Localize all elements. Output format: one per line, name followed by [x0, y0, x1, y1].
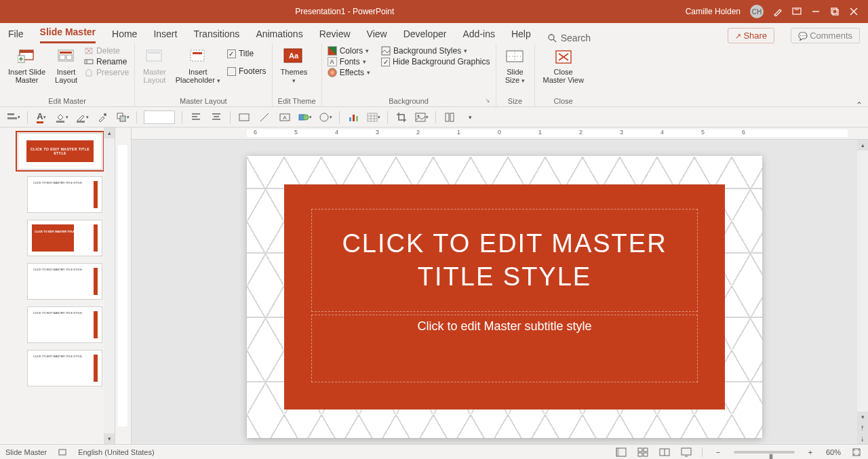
tab-home[interactable]: Home: [112, 24, 137, 43]
shapes-icon[interactable]: ▾: [298, 111, 312, 124]
close-icon[interactable]: [849, 7, 859, 16]
line-weight-combo[interactable]: [144, 111, 175, 124]
language-label[interactable]: English (United States): [78, 448, 155, 456]
canvas-scroll-up-icon[interactable]: ▴: [857, 140, 868, 151]
insert-layout-button[interactable]: Insert Layout: [52, 46, 80, 85]
document-title: Presentation1 - PowerPoint: [14, 7, 676, 16]
thumbnail-layout-5[interactable]: CLICK TO EDIT MASTER TITLE STYLE: [27, 350, 102, 386]
scroll-up-icon[interactable]: ▴: [104, 127, 115, 138]
svg-rect-43: [59, 450, 66, 455]
collapse-ribbon-icon[interactable]: ⌃: [856, 100, 863, 110]
minimize-icon[interactable]: [811, 7, 821, 16]
canvas-scrollbar[interactable]: ▴ ▾ ⭱ ⭳: [857, 140, 868, 444]
next-slide-icon[interactable]: ⭳: [857, 433, 868, 444]
maximize-icon[interactable]: [830, 7, 840, 16]
oval-shape-icon[interactable]: ▾: [319, 111, 332, 124]
svg-rect-2: [833, 9, 838, 15]
reading-view-icon[interactable]: [658, 447, 671, 458]
selection-pane-icon[interactable]: [443, 111, 456, 124]
zoom-value[interactable]: 60%: [826, 448, 841, 456]
more-tools-icon[interactable]: ▾: [463, 111, 477, 124]
svg-rect-0: [793, 8, 801, 14]
crop-icon[interactable]: [395, 111, 408, 124]
tab-review[interactable]: Review: [319, 24, 351, 43]
tab-view[interactable]: View: [367, 24, 387, 43]
svg-rect-38: [368, 113, 377, 121]
svg-rect-51: [682, 448, 691, 455]
effects-icon: [328, 68, 337, 77]
tab-developer[interactable]: Developer: [403, 24, 447, 43]
zoom-out-icon[interactable]: −: [712, 447, 724, 458]
accessibility-icon[interactable]: [56, 447, 68, 458]
tab-transitions[interactable]: Transitions: [193, 24, 239, 43]
thumbnail-pane: CLICK TO EDIT MASTER TITLE STYLE CLICK T…: [0, 127, 115, 444]
eyedropper-icon[interactable]: [96, 111, 109, 124]
search-button[interactable]: Search: [547, 33, 591, 43]
group-master-layout: Master Layout Insert Placeholder ▾ ✓Titl…: [135, 43, 272, 106]
prev-slide-icon[interactable]: ⭱: [857, 422, 868, 433]
align-left-icon[interactable]: [189, 111, 203, 124]
font-color-icon[interactable]: A▾: [35, 111, 48, 124]
tab-insert[interactable]: Insert: [153, 24, 177, 43]
tab-animations[interactable]: Animations: [256, 24, 302, 43]
slide-size-button[interactable]: Slide Size ▾: [502, 46, 529, 86]
rectangle-shape-icon[interactable]: [237, 111, 251, 124]
zoom-slider[interactable]: [734, 451, 795, 454]
line-shape-icon[interactable]: [258, 111, 271, 124]
tab-addins[interactable]: Add-ins: [462, 24, 494, 43]
share-button[interactable]: ↗ Share: [728, 28, 774, 43]
display-options-icon[interactable]: [792, 7, 802, 16]
thumb-scrollbar[interactable]: ▴ ▾: [104, 127, 115, 444]
picture-icon[interactable]: ▾: [415, 111, 429, 124]
fit-window-icon[interactable]: [850, 447, 863, 458]
table-icon[interactable]: ▾: [367, 111, 380, 124]
thumbnail-layout-2[interactable]: CLICK TO EDIT MASTER TITLE STYLE: [27, 220, 102, 256]
tab-slide-master[interactable]: Slide Master: [40, 22, 96, 43]
normal-view-icon[interactable]: [615, 447, 627, 458]
rename-button[interactable]: Rename: [84, 57, 129, 66]
tab-help[interactable]: Help: [511, 24, 531, 43]
preserve-icon: [84, 68, 94, 77]
thumbnail-layout-3[interactable]: CLICK TO EDIT MASTER TITLE STYLE: [27, 263, 102, 300]
chart-icon[interactable]: [347, 111, 360, 124]
textbox-icon[interactable]: A: [278, 111, 292, 124]
comments-button[interactable]: 💬 Comments: [791, 28, 860, 43]
insert-slide-master-button[interactable]: Insert Slide Master: [5, 46, 48, 85]
slideshow-icon[interactable]: [680, 447, 692, 458]
insert-placeholder-button[interactable]: Insert Placeholder ▾: [173, 46, 223, 86]
hide-bg-checkbox[interactable]: ✓Hide Background Graphics: [381, 57, 490, 66]
comments-label: Comments: [810, 31, 852, 41]
slide-master[interactable]: Click to edit Master title style Click t…: [247, 156, 762, 438]
master-subtitle-placeholder[interactable]: Click to edit Master subtitle style: [311, 315, 698, 382]
scroll-down-icon[interactable]: ▾: [104, 433, 115, 444]
thumbnail-layout-1[interactable]: CLICK TO EDIT MASTER TITLE STYLE: [27, 176, 102, 213]
user-name: Camille Holden: [686, 7, 741, 16]
arrange-icon[interactable]: ▾: [116, 111, 130, 124]
thumbnail-layout-4[interactable]: CLICK TO EDIT MASTER TITLE STYLE: [27, 306, 102, 343]
fill-color-icon[interactable]: ▾: [55, 111, 68, 124]
footers-checkbox[interactable]: Footers: [227, 66, 267, 76]
align-objects-icon[interactable]: ▾: [7, 111, 20, 124]
master-title-placeholder[interactable]: Click to edit Master title style: [311, 209, 698, 312]
effects-dropdown[interactable]: Effects▾: [328, 68, 370, 77]
title-checkbox[interactable]: ✓Title: [227, 49, 267, 58]
colors-dropdown[interactable]: Colors▾: [328, 46, 370, 56]
preserve-button: Preserve: [84, 68, 129, 77]
group-edit-master: Insert Slide Master Insert Layout Delete…: [0, 43, 135, 106]
canvas-scroll-down-icon[interactable]: ▾: [857, 412, 868, 422]
align-center-icon[interactable]: [210, 111, 223, 124]
outline-color-icon[interactable]: ▾: [75, 111, 89, 124]
background-dialog-launcher[interactable]: ↘: [485, 97, 490, 104]
close-master-view-button[interactable]: Close Master View: [540, 46, 587, 85]
bg-styles-dropdown[interactable]: Background Styles▾: [381, 46, 490, 56]
slide-canvas[interactable]: Click to edit Master title style Click t…: [132, 140, 868, 444]
slide-sorter-icon[interactable]: [637, 447, 649, 458]
user-avatar[interactable]: CH: [750, 5, 764, 18]
tab-file[interactable]: File: [8, 24, 24, 43]
thumbnail-master[interactable]: CLICK TO EDIT MASTER TITLE STYLE: [18, 133, 102, 169]
group-size: Slide Size ▾ Size: [496, 43, 535, 106]
zoom-in-icon[interactable]: +: [804, 447, 816, 458]
pen-icon[interactable]: [773, 7, 783, 16]
themes-button[interactable]: Aa Themes▾: [278, 46, 311, 86]
fonts-dropdown[interactable]: AFonts▾: [328, 57, 370, 66]
